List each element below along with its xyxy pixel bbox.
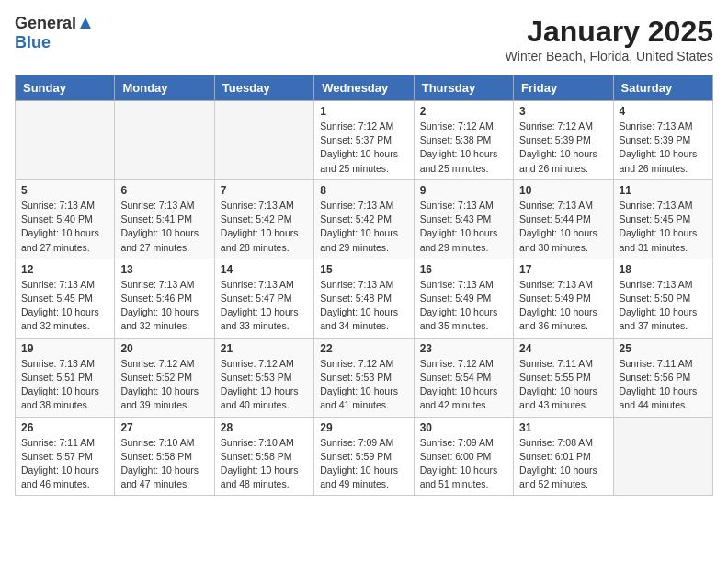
day-number: 10 (519, 184, 607, 197)
day-cell (613, 417, 712, 496)
day-number: 13 (120, 263, 208, 276)
calendar-table: SundayMondayTuesdayWednesdayThursdayFrid… (15, 75, 713, 496)
day-detail: Sunrise: 7:13 AM Sunset: 5:42 PM Dayligh… (221, 199, 308, 255)
day-detail: Sunrise: 7:12 AM Sunset: 5:37 PM Dayligh… (320, 120, 407, 176)
day-detail: Sunrise: 7:12 AM Sunset: 5:52 PM Dayligh… (120, 357, 208, 413)
header-wednesday: Wednesday (314, 75, 414, 101)
day-cell: 11Sunrise: 7:13 AM Sunset: 5:45 PM Dayli… (613, 179, 712, 259)
day-detail: Sunrise: 7:13 AM Sunset: 5:48 PM Dayligh… (320, 278, 407, 334)
day-number: 30 (420, 421, 507, 434)
day-number: 20 (120, 342, 208, 355)
day-cell: 4Sunrise: 7:13 AM Sunset: 5:39 PM Daylig… (613, 101, 712, 180)
logo-general: General (15, 14, 76, 32)
day-cell: 16Sunrise: 7:13 AM Sunset: 5:49 PM Dayli… (414, 259, 513, 338)
day-number: 21 (221, 342, 308, 355)
svg-marker-0 (80, 17, 91, 29)
header-friday: Friday (514, 75, 613, 101)
day-cell: 7Sunrise: 7:13 AM Sunset: 5:42 PM Daylig… (214, 179, 313, 259)
page-header: General Blue January 2025 Winter Beach, … (15, 15, 713, 63)
day-cell: 26Sunrise: 7:11 AM Sunset: 5:57 PM Dayli… (16, 417, 115, 496)
day-cell: 13Sunrise: 7:13 AM Sunset: 5:46 PM Dayli… (115, 259, 214, 338)
day-detail: Sunrise: 7:13 AM Sunset: 5:50 PM Dayligh… (620, 278, 707, 334)
day-number: 6 (120, 184, 208, 197)
day-detail: Sunrise: 7:10 AM Sunset: 5:58 PM Dayligh… (120, 436, 208, 492)
day-detail: Sunrise: 7:13 AM Sunset: 5:45 PM Dayligh… (620, 199, 707, 255)
header-sunday: Sunday (16, 75, 115, 101)
day-number: 27 (120, 421, 208, 434)
day-number: 28 (221, 421, 308, 434)
day-detail: Sunrise: 7:12 AM Sunset: 5:53 PM Dayligh… (221, 357, 308, 413)
day-cell: 10Sunrise: 7:13 AM Sunset: 5:44 PM Dayli… (514, 179, 613, 259)
day-number: 19 (21, 342, 108, 355)
day-cell: 12Sunrise: 7:13 AM Sunset: 5:45 PM Dayli… (16, 259, 115, 338)
week-row-1: 1Sunrise: 7:12 AM Sunset: 5:37 PM Daylig… (16, 101, 713, 180)
week-row-4: 19Sunrise: 7:13 AM Sunset: 5:51 PM Dayli… (16, 338, 713, 417)
day-number: 4 (620, 105, 707, 118)
day-detail: Sunrise: 7:10 AM Sunset: 5:58 PM Dayligh… (221, 436, 308, 492)
day-number: 5 (21, 184, 108, 197)
day-cell: 29Sunrise: 7:09 AM Sunset: 5:59 PM Dayli… (314, 417, 414, 496)
day-cell: 23Sunrise: 7:12 AM Sunset: 5:54 PM Dayli… (414, 338, 513, 417)
day-cell: 14Sunrise: 7:13 AM Sunset: 5:47 PM Dayli… (214, 259, 313, 338)
day-cell: 18Sunrise: 7:13 AM Sunset: 5:50 PM Dayli… (613, 259, 712, 338)
week-row-5: 26Sunrise: 7:11 AM Sunset: 5:57 PM Dayli… (16, 417, 713, 496)
header-saturday: Saturday (613, 75, 712, 101)
title-block: January 2025 Winter Beach, Florida, Unit… (506, 15, 713, 63)
day-detail: Sunrise: 7:13 AM Sunset: 5:49 PM Dayligh… (420, 278, 507, 334)
day-cell: 15Sunrise: 7:13 AM Sunset: 5:48 PM Dayli… (314, 259, 414, 338)
day-cell: 6Sunrise: 7:13 AM Sunset: 5:41 PM Daylig… (115, 179, 214, 259)
day-detail: Sunrise: 7:09 AM Sunset: 6:00 PM Dayligh… (420, 436, 507, 492)
day-detail: Sunrise: 7:11 AM Sunset: 5:57 PM Dayligh… (21, 436, 108, 492)
day-detail: Sunrise: 7:13 AM Sunset: 5:42 PM Dayligh… (320, 199, 407, 255)
day-number: 9 (420, 184, 507, 197)
day-detail: Sunrise: 7:13 AM Sunset: 5:44 PM Dayligh… (519, 199, 607, 255)
day-cell: 17Sunrise: 7:13 AM Sunset: 5:49 PM Dayli… (514, 259, 613, 338)
day-detail: Sunrise: 7:12 AM Sunset: 5:39 PM Dayligh… (519, 120, 607, 176)
calendar-title: January 2025 (506, 15, 713, 49)
day-cell: 5Sunrise: 7:13 AM Sunset: 5:40 PM Daylig… (16, 179, 115, 259)
day-cell: 1Sunrise: 7:12 AM Sunset: 5:37 PM Daylig… (314, 101, 414, 180)
day-number: 2 (420, 105, 507, 118)
day-number: 25 (620, 342, 707, 355)
calendar-subtitle: Winter Beach, Florida, United States (506, 49, 713, 63)
day-number: 15 (320, 263, 407, 276)
logo: General Blue (15, 15, 93, 52)
logo-blue: Blue (15, 33, 51, 52)
day-detail: Sunrise: 7:13 AM Sunset: 5:39 PM Dayligh… (620, 120, 707, 176)
day-number: 26 (21, 421, 108, 434)
day-cell: 24Sunrise: 7:11 AM Sunset: 5:55 PM Dayli… (514, 338, 613, 417)
day-cell: 22Sunrise: 7:12 AM Sunset: 5:53 PM Dayli… (314, 338, 414, 417)
day-detail: Sunrise: 7:08 AM Sunset: 6:01 PM Dayligh… (519, 436, 607, 492)
day-detail: Sunrise: 7:11 AM Sunset: 5:56 PM Dayligh… (620, 357, 707, 413)
day-cell: 3Sunrise: 7:12 AM Sunset: 5:39 PM Daylig… (514, 101, 613, 180)
day-number: 18 (620, 263, 707, 276)
day-detail: Sunrise: 7:13 AM Sunset: 5:49 PM Dayligh… (519, 278, 607, 334)
header-tuesday: Tuesday (214, 75, 313, 101)
day-detail: Sunrise: 7:13 AM Sunset: 5:51 PM Dayligh… (21, 357, 108, 413)
day-number: 12 (21, 263, 108, 276)
week-row-3: 12Sunrise: 7:13 AM Sunset: 5:45 PM Dayli… (16, 259, 713, 338)
day-number: 22 (320, 342, 407, 355)
header-thursday: Thursday (414, 75, 513, 101)
day-cell: 20Sunrise: 7:12 AM Sunset: 5:52 PM Dayli… (115, 338, 214, 417)
day-number: 14 (221, 263, 308, 276)
week-row-2: 5Sunrise: 7:13 AM Sunset: 5:40 PM Daylig… (16, 179, 713, 259)
day-detail: Sunrise: 7:13 AM Sunset: 5:40 PM Dayligh… (21, 199, 108, 255)
day-detail: Sunrise: 7:12 AM Sunset: 5:53 PM Dayligh… (320, 357, 407, 413)
day-cell: 30Sunrise: 7:09 AM Sunset: 6:00 PM Dayli… (414, 417, 513, 496)
day-detail: Sunrise: 7:09 AM Sunset: 5:59 PM Dayligh… (320, 436, 407, 492)
day-number: 11 (620, 184, 707, 197)
day-number: 16 (420, 263, 507, 276)
day-cell: 28Sunrise: 7:10 AM Sunset: 5:58 PM Dayli… (214, 417, 313, 496)
day-detail: Sunrise: 7:12 AM Sunset: 5:38 PM Dayligh… (420, 120, 507, 176)
day-number: 7 (221, 184, 308, 197)
day-number: 8 (320, 184, 407, 197)
day-detail: Sunrise: 7:11 AM Sunset: 5:55 PM Dayligh… (519, 357, 607, 413)
day-detail: Sunrise: 7:13 AM Sunset: 5:45 PM Dayligh… (21, 278, 108, 334)
header-monday: Monday (115, 75, 214, 101)
day-detail: Sunrise: 7:13 AM Sunset: 5:41 PM Dayligh… (120, 199, 208, 255)
day-number: 1 (320, 105, 407, 118)
day-cell: 2Sunrise: 7:12 AM Sunset: 5:38 PM Daylig… (414, 101, 513, 180)
calendar-header-row: SundayMondayTuesdayWednesdayThursdayFrid… (16, 75, 713, 101)
day-cell (115, 101, 214, 180)
